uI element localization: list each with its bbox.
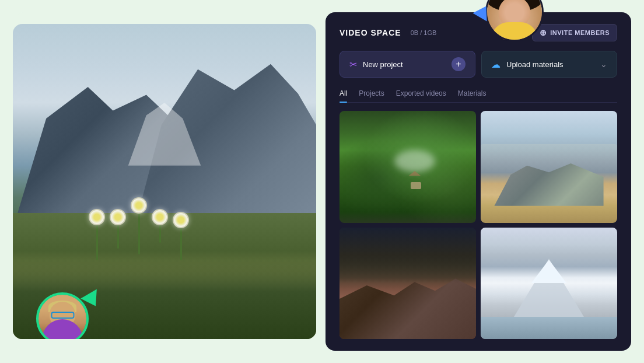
hero-photo — [13, 24, 316, 339]
flower-stem — [159, 225, 161, 243]
flower-head — [152, 209, 168, 225]
tab-exported-videos[interactable]: Exported videos — [396, 89, 446, 102]
flower-head — [110, 209, 126, 225]
storage-info: 0B / 1GB — [411, 29, 437, 36]
upload-materials-button[interactable]: ☁ Upload materials ⌄ — [481, 51, 617, 78]
flower-stem — [138, 214, 140, 254]
upload-label: Upload materials — [506, 60, 564, 69]
sky-overlay — [340, 228, 476, 284]
header-left: VIDEO SPACE 0B / 1GB — [340, 28, 436, 37]
tab-projects[interactable]: Projects — [359, 89, 384, 102]
video-thumb-2[interactable] — [481, 111, 617, 223]
new-project-button[interactable]: ✂ New project + — [340, 51, 475, 78]
flower-4 — [152, 209, 168, 243]
flower-1 — [89, 209, 105, 260]
avatar-glasses — [51, 312, 74, 319]
new-project-left: ✂ New project — [349, 59, 403, 70]
snow-cap — [531, 260, 566, 283]
upload-left: ☁ Upload materials — [491, 59, 564, 70]
tabs-row: All Projects Exported videos Materials — [340, 89, 617, 103]
space-title: VIDEO SPACE — [340, 28, 401, 37]
app-container: VIDEO SPACE 0B / 1GB ⊕ INVITE MEMBERS — [13, 12, 631, 351]
water-layer — [481, 317, 617, 339]
tab-all[interactable]: All — [340, 89, 347, 102]
header: VIDEO SPACE 0B / 1GB ⊕ INVITE MEMBERS — [340, 24, 617, 41]
thumb-1-mist — [394, 150, 435, 172]
invite-label: INVITE MEMBERS — [550, 29, 610, 36]
invite-members-button[interactable]: ⊕ INVITE MEMBERS — [532, 24, 617, 41]
video-thumb-3[interactable] — [340, 228, 476, 340]
right-panel: VIDEO SPACE 0B / 1GB ⊕ INVITE MEMBERS — [326, 12, 631, 351]
flower-stem — [117, 225, 119, 249]
flower-head — [89, 209, 105, 225]
flower-2 — [110, 209, 126, 249]
upload-cloud-icon: ☁ — [491, 59, 501, 70]
video-thumb-4[interactable] — [481, 228, 617, 340]
new-project-label: New project — [363, 60, 403, 69]
avatar-man-inner — [38, 295, 86, 339]
video-grid — [340, 111, 617, 339]
flower-stem — [180, 228, 182, 260]
avatar-man — [36, 292, 89, 339]
avatar-woman — [485, 0, 544, 41]
roof-shape — [409, 171, 421, 176]
flowers — [89, 197, 189, 260]
avatar-body — [42, 319, 83, 339]
flower-3 — [131, 197, 147, 254]
scissors-icon: ✂ — [349, 59, 357, 70]
building-shape — [411, 182, 421, 189]
plus-icon: + — [452, 57, 466, 71]
flower-head — [131, 197, 147, 214]
flower-5 — [173, 212, 189, 260]
tab-materials[interactable]: Materials — [458, 89, 487, 102]
flower-head — [173, 212, 189, 228]
actions-row: ✂ New project + ☁ Upload materials ⌄ — [340, 51, 617, 78]
chevron-down-icon: ⌄ — [600, 60, 607, 69]
avatar-woman-inner — [487, 0, 542, 40]
flower-stem — [96, 225, 98, 260]
video-thumb-1[interactable] — [340, 111, 476, 223]
